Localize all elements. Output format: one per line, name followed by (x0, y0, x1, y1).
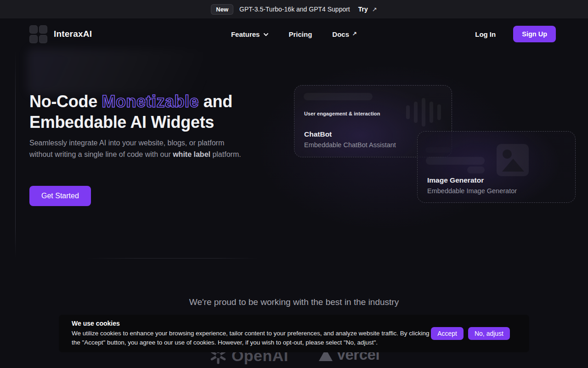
nav-link-docs[interactable]: Docs ↗ (332, 30, 357, 38)
chevron-down-icon (263, 32, 268, 37)
cookie-accept-button[interactable]: Accept (431, 327, 464, 340)
waveform-bar (406, 105, 410, 119)
decorative-vertical-line (15, 50, 16, 259)
announcement-bar: New GPT-3.5-Turbo-16k and GPT4 Support T… (0, 0, 588, 18)
nav-link-label: Pricing (288, 30, 312, 38)
chatbot-card-subtitle: Embeddable ChatBot Assistant (304, 141, 396, 149)
cookie-banner-actions: Accept No, adjust (431, 327, 510, 340)
chatbot-card-title: ChatBot (304, 130, 332, 138)
waveform-bar (422, 98, 425, 126)
arrow-up-right-icon: ↗ (352, 30, 357, 37)
skeleton-pill (426, 157, 485, 165)
image-icon (496, 143, 530, 177)
nav-link-features[interactable]: Features (231, 30, 269, 38)
cookie-banner: We use cookies We utilize cookies to enh… (59, 315, 529, 352)
arrow-up-right-icon: ↗ (372, 6, 377, 13)
logo-square (39, 25, 47, 34)
hero-description: Seamlessly integrate AI into your websit… (29, 138, 244, 160)
logo-square (39, 35, 47, 43)
cookie-banner-message: We utilize cookies to enhance your brows… (72, 329, 431, 347)
brand-logo[interactable]: InteraxAI (29, 25, 92, 43)
login-link[interactable]: Log In (475, 30, 496, 38)
waveform-bar (414, 102, 418, 123)
nav-links: Features Pricing Docs ↗ (231, 18, 357, 50)
partners-heading: We're proud to be working with the best … (0, 297, 588, 307)
decorative-horizontal-line (85, 258, 260, 259)
logo-square (29, 35, 38, 43)
image-card-title: Image Generator (427, 176, 484, 184)
waveform-bar (437, 104, 441, 120)
nav-link-pricing[interactable]: Pricing (288, 30, 312, 38)
announcement-text: GPT-3.5-Turbo-16k and GPT4 Support (239, 6, 350, 13)
chatbot-card-tag: User engagement & interaction (304, 111, 380, 116)
get-started-button[interactable]: Get Started (29, 186, 91, 206)
hero-glow-decoration (28, 49, 207, 95)
hero-description-bold: white label (173, 150, 210, 158)
nav-link-label: Features (231, 30, 260, 38)
skeleton-pill (304, 93, 373, 100)
cookie-adjust-button[interactable]: No, adjust (468, 327, 510, 340)
waveform-icon (406, 98, 441, 126)
logo-square (29, 25, 38, 34)
image-generator-feature-card: Image Generator Embeddable Image Generat… (417, 131, 576, 203)
navbar: InteraxAI Features Pricing Docs ↗ Log In… (0, 18, 588, 50)
signup-button[interactable]: Sign Up (513, 26, 556, 42)
hero-description-post: platform. (210, 150, 241, 158)
skeleton-pill (467, 167, 485, 173)
nav-actions: Log In Sign Up (475, 26, 556, 42)
nav-link-label: Docs (332, 30, 349, 38)
hero-title-highlight: Monetizable (102, 92, 199, 111)
brand-name: InteraxAI (54, 29, 92, 39)
try-link[interactable]: Try (358, 6, 368, 13)
hero-title: No-Code Monetizable and Embeddable AI Wi… (29, 91, 252, 132)
hero-title-pre: No-Code (29, 92, 102, 111)
image-card-subtitle: Embeddable Image Generator (427, 187, 517, 195)
logo-grid-icon (29, 25, 47, 43)
waveform-bar (430, 102, 433, 123)
landing-page: New GPT-3.5-Turbo-16k and GPT4 Support T… (0, 0, 588, 368)
new-badge: New (211, 4, 233, 15)
cookie-banner-title: We use cookies (72, 320, 522, 327)
